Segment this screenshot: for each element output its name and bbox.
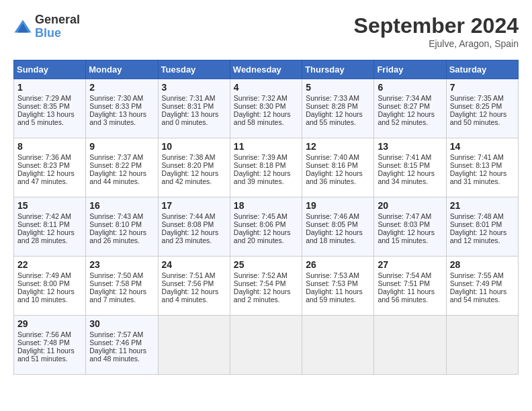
- daylight-text: Daylight: 12 hours and 44 minutes.: [89, 169, 146, 185]
- day-number: 20: [378, 200, 442, 211]
- sunrise-text: Sunrise: 7:36 AM: [17, 153, 71, 161]
- sunset-text: Sunset: 7:54 PM: [234, 279, 286, 287]
- sunset-text: Sunset: 7:49 PM: [450, 279, 502, 287]
- table-row: 12Sunrise: 7:40 AMSunset: 8:16 PMDayligh…: [302, 138, 374, 197]
- sunset-text: Sunset: 8:00 PM: [17, 279, 70, 287]
- sunset-text: Sunset: 8:35 PM: [17, 102, 70, 110]
- day-number: 5: [306, 82, 370, 93]
- table-row: 17Sunrise: 7:44 AMSunset: 8:08 PMDayligh…: [158, 197, 230, 257]
- day-number: 25: [234, 259, 298, 270]
- table-row: 26Sunrise: 7:53 AMSunset: 7:53 PMDayligh…: [302, 257, 374, 316]
- daylight-text: Daylight: 12 hours and 39 minutes.: [234, 169, 291, 185]
- sunset-text: Sunset: 8:08 PM: [162, 220, 214, 228]
- header-saturday: Saturday: [446, 60, 518, 79]
- title-block: September 2024 Ejulve, Aragon, Spain: [354, 13, 519, 49]
- sunrise-text: Sunrise: 7:43 AM: [89, 212, 143, 220]
- sunrise-text: Sunrise: 7:38 AM: [162, 153, 216, 161]
- daylight-text: Daylight: 12 hours and 23 minutes.: [162, 228, 219, 244]
- page-header: General Blue September 2024 Ejulve, Arag…: [13, 13, 519, 49]
- table-row: [302, 316, 374, 375]
- sunset-text: Sunset: 8:18 PM: [234, 161, 286, 169]
- table-row: 6Sunrise: 7:34 AMSunset: 8:27 PMDaylight…: [374, 79, 446, 138]
- table-row: 1Sunrise: 7:29 AMSunset: 8:35 PMDaylight…: [14, 79, 86, 138]
- sunset-text: Sunset: 8:31 PM: [162, 102, 214, 110]
- sunset-text: Sunset: 7:56 PM: [162, 279, 214, 287]
- calendar-row: 15Sunrise: 7:42 AMSunset: 8:11 PMDayligh…: [14, 197, 519, 257]
- day-number: 6: [378, 82, 442, 93]
- sunset-text: Sunset: 8:16 PM: [306, 161, 358, 169]
- table-row: 16Sunrise: 7:43 AMSunset: 8:10 PMDayligh…: [86, 197, 158, 257]
- day-number: 29: [17, 318, 82, 329]
- daylight-text: Daylight: 13 hours and 3 minutes.: [89, 110, 146, 126]
- table-row: 2Sunrise: 7:30 AMSunset: 8:33 PMDaylight…: [86, 79, 158, 138]
- daylight-text: Daylight: 13 hours and 5 minutes.: [17, 110, 75, 126]
- sunrise-text: Sunrise: 7:44 AM: [162, 212, 216, 220]
- calendar-row: 8Sunrise: 7:36 AMSunset: 8:23 PMDaylight…: [14, 138, 519, 197]
- day-number: 16: [89, 200, 154, 211]
- sunrise-text: Sunrise: 7:54 AM: [378, 271, 431, 279]
- sunrise-text: Sunrise: 7:37 AM: [89, 153, 143, 161]
- sunset-text: Sunset: 8:10 PM: [89, 220, 142, 228]
- sunset-text: Sunset: 8:03 PM: [378, 220, 430, 228]
- table-row: [230, 316, 302, 375]
- table-row: 18Sunrise: 7:45 AMSunset: 8:06 PMDayligh…: [230, 197, 302, 257]
- daylight-text: Daylight: 12 hours and 4 minutes.: [162, 287, 219, 304]
- sunrise-text: Sunrise: 7:31 AM: [162, 94, 216, 102]
- header-sunday: Sunday: [14, 60, 86, 79]
- sunset-text: Sunset: 8:23 PM: [17, 161, 70, 169]
- sunset-text: Sunset: 8:22 PM: [89, 161, 142, 169]
- calendar-table: Sunday Monday Tuesday Wednesday Thursday…: [13, 60, 519, 375]
- sunrise-text: Sunrise: 7:30 AM: [89, 94, 143, 102]
- daylight-text: Daylight: 12 hours and 28 minutes.: [17, 228, 75, 244]
- sunrise-text: Sunrise: 7:45 AM: [234, 212, 287, 220]
- daylight-text: Daylight: 12 hours and 15 minutes.: [378, 228, 435, 244]
- sunset-text: Sunset: 8:25 PM: [450, 102, 502, 110]
- sunset-text: Sunset: 7:46 PM: [89, 338, 142, 347]
- daylight-text: Daylight: 11 hours and 51 minutes.: [17, 347, 75, 363]
- day-number: 22: [17, 259, 82, 270]
- sunset-text: Sunset: 8:06 PM: [234, 220, 286, 228]
- table-row: 8Sunrise: 7:36 AMSunset: 8:23 PMDaylight…: [14, 138, 86, 197]
- table-row: [374, 316, 446, 375]
- day-number: 11: [234, 141, 298, 152]
- sunset-text: Sunset: 8:11 PM: [17, 220, 70, 228]
- table-row: 10Sunrise: 7:38 AMSunset: 8:20 PMDayligh…: [158, 138, 230, 197]
- day-number: 3: [162, 82, 226, 93]
- daylight-text: Daylight: 12 hours and 52 minutes.: [378, 110, 435, 126]
- sunset-text: Sunset: 8:30 PM: [234, 102, 286, 110]
- sunrise-text: Sunrise: 7:34 AM: [378, 94, 431, 102]
- day-number: 21: [450, 200, 515, 211]
- day-number: 7: [450, 82, 515, 93]
- sunset-text: Sunset: 8:05 PM: [306, 220, 358, 228]
- daylight-text: Daylight: 12 hours and 55 minutes.: [306, 110, 363, 126]
- sunset-text: Sunset: 8:33 PM: [89, 102, 142, 110]
- sunrise-text: Sunrise: 7:48 AM: [450, 212, 504, 220]
- sunset-text: Sunset: 8:28 PM: [306, 102, 358, 110]
- sunrise-text: Sunrise: 7:29 AM: [17, 94, 71, 102]
- table-row: 5Sunrise: 7:33 AMSunset: 8:28 PMDaylight…: [302, 79, 374, 138]
- daylight-text: Daylight: 12 hours and 20 minutes.: [234, 228, 291, 244]
- day-number: 28: [450, 259, 515, 270]
- sunset-text: Sunset: 7:51 PM: [378, 279, 430, 287]
- sunrise-text: Sunrise: 7:51 AM: [162, 271, 216, 279]
- day-number: 1: [17, 82, 82, 93]
- day-number: 27: [378, 259, 442, 270]
- daylight-text: Daylight: 11 hours and 48 minutes.: [89, 347, 146, 363]
- header-monday: Monday: [86, 60, 158, 79]
- daylight-text: Daylight: 13 hours and 0 minutes.: [162, 110, 219, 126]
- sunset-text: Sunset: 8:27 PM: [378, 102, 430, 110]
- table-row: 30Sunrise: 7:57 AMSunset: 7:46 PMDayligh…: [86, 316, 158, 375]
- month-title: September 2024: [354, 13, 519, 38]
- day-number: 8: [17, 141, 82, 152]
- sunrise-text: Sunrise: 7:39 AM: [234, 153, 287, 161]
- sunrise-text: Sunrise: 7:50 AM: [89, 271, 143, 279]
- day-number: 15: [17, 200, 82, 211]
- daylight-text: Daylight: 12 hours and 31 minutes.: [450, 169, 507, 185]
- table-row: 3Sunrise: 7:31 AMSunset: 8:31 PMDaylight…: [158, 79, 230, 138]
- daylight-text: Daylight: 12 hours and 42 minutes.: [162, 169, 219, 185]
- sunrise-text: Sunrise: 7:46 AM: [306, 212, 359, 220]
- sunrise-text: Sunrise: 7:52 AM: [234, 271, 287, 279]
- sunset-text: Sunset: 8:13 PM: [450, 161, 502, 169]
- day-number: 17: [162, 200, 226, 211]
- daylight-text: Daylight: 12 hours and 58 minutes.: [234, 110, 291, 126]
